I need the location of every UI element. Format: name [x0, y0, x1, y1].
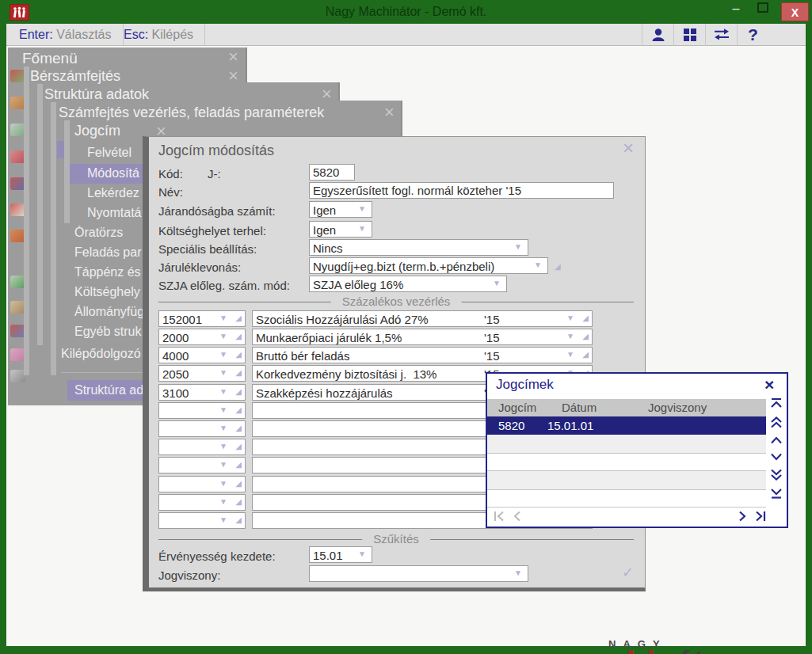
menu-item-allomanyfuggo[interactable]: Állományfüg	[74, 305, 143, 319]
menu-item-egyeb-struktura[interactable]: Egyéb struk	[74, 325, 143, 339]
percent-desc-combo[interactable]: Szociális Hozzájárulási Adó 27%'15▼◢	[252, 310, 593, 327]
percent-desc-combo[interactable]: Bruttó bér feladás'15▼◢	[252, 347, 593, 363]
chevron-down-icon[interactable]: ▼	[566, 314, 574, 322]
chevron-down-icon[interactable]: ▼	[219, 405, 227, 414]
confirm-check-icon[interactable]: ✓	[622, 564, 634, 581]
window-title-fomenu[interactable]: Főmenü	[22, 50, 78, 67]
menu-item-tappenz[interactable]: Táppénz és	[74, 265, 143, 279]
percent-code-combo[interactable]: ▼◢	[158, 457, 246, 473]
chevron-down-icon[interactable]: ▼	[219, 314, 227, 322]
next-record-icon[interactable]	[738, 511, 748, 522]
close-button[interactable]: X	[781, 2, 809, 21]
corner-handle-icon[interactable]: ◢	[235, 442, 242, 451]
szja-combo[interactable]: SZJA előleg 16% ▼	[309, 276, 507, 292]
page-up-icon[interactable]	[770, 416, 783, 428]
percent-code-combo[interactable]: ▼◢	[158, 512, 246, 529]
chevron-down-icon[interactable]: ▼	[219, 424, 227, 432]
close-icon[interactable]: ×	[228, 69, 238, 83]
menu-item-struktura-adatok[interactable]: Struktúra adatok	[74, 383, 143, 397]
percent-code-combo[interactable]: ▼◢	[158, 402, 246, 419]
chevron-down-icon[interactable]: ▼	[219, 368, 227, 377]
corner-handle-icon[interactable]: ◢	[582, 350, 589, 359]
chevron-down-icon[interactable]: ▼	[219, 350, 227, 359]
kod-input[interactable]	[309, 164, 355, 181]
close-icon[interactable]: ×	[623, 137, 634, 159]
corner-handle-icon[interactable]: ◢	[235, 314, 242, 322]
percent-code-combo[interactable]: 2000▼◢	[158, 329, 246, 345]
scroll-top-icon[interactable]	[770, 397, 783, 409]
corner-handle-icon[interactable]: ◢	[582, 332, 589, 340]
percent-desc-combo[interactable]: Munkaerőpiaci járulék 1,5%'15▼◢	[252, 329, 593, 345]
koltseghelyet-combo[interactable]: Igen ▼	[309, 221, 372, 238]
window-title-berszamfejtes[interactable]: Bérszámfejtés	[30, 68, 120, 85]
chevron-down-icon[interactable]: ▼	[358, 549, 366, 558]
chevron-down-icon[interactable]: ▼	[219, 387, 227, 396]
jogviszony-combo[interactable]: ▼	[309, 565, 528, 582]
corner-handle-icon[interactable]: ◢	[235, 405, 242, 414]
window-title-jogcim[interactable]: Jogcím	[74, 123, 120, 139]
chevron-down-icon[interactable]: ▼	[219, 497, 227, 506]
corner-handle-icon[interactable]: ◢	[235, 497, 242, 506]
chevron-down-icon[interactable]: ▼	[219, 442, 227, 451]
percent-code-combo[interactable]: ▼◢	[158, 494, 246, 511]
jarulek-combo[interactable]: Nyugdíj+eg.bizt (term.b.+pénzbeli) ▼	[309, 257, 548, 274]
menu-item-enter-valasztas[interactable]: Enter: Választás	[8, 24, 124, 46]
corner-handle-icon[interactable]: ◢	[235, 332, 242, 340]
table-row[interactable]	[487, 435, 766, 453]
table-row[interactable]	[487, 453, 766, 471]
chevron-down-icon[interactable]: ▼	[493, 279, 501, 287]
first-record-icon[interactable]	[494, 511, 505, 522]
chevron-down-icon[interactable]: ▼	[219, 460, 227, 469]
corner-handle-icon[interactable]: ◢	[235, 368, 242, 377]
chevron-down-icon[interactable]: ▼	[566, 332, 574, 340]
window-title-struktura-adatok[interactable]: Struktúra adatok	[44, 86, 149, 103]
help-button[interactable]: ?	[737, 24, 768, 46]
menu-item-felvetel[interactable]: Felvétel	[87, 146, 149, 160]
corner-handle-icon[interactable]: ◢	[235, 479, 242, 488]
minimize-button[interactable]: –	[727, 2, 745, 21]
close-icon[interactable]: ×	[322, 87, 332, 101]
menu-item-koltseghely[interactable]: Költséghely	[74, 285, 143, 299]
corner-handle-icon[interactable]: ◢	[235, 515, 242, 524]
chevron-down-icon[interactable]: ▼	[566, 350, 574, 359]
percent-code-combo[interactable]: 4000▼◢	[158, 347, 246, 363]
close-icon[interactable]: ×	[228, 50, 238, 64]
menu-item-oratorzs[interactable]: Óratörzs	[74, 226, 143, 240]
chevron-up-icon[interactable]	[770, 435, 783, 445]
chevron-down-icon[interactable]: ▼	[534, 260, 542, 269]
menu-item-kilepodolgozo[interactable]: Kilépődolgozó ad	[61, 347, 143, 361]
previous-record-icon[interactable]	[512, 511, 522, 522]
page-down-icon[interactable]	[770, 469, 783, 481]
percent-code-combo[interactable]: ▼◢	[158, 476, 246, 492]
percent-code-combo[interactable]: 152001▼◢	[158, 310, 246, 327]
chevron-down-icon[interactable]: ▼	[514, 242, 522, 251]
maximize-button[interactable]	[757, 2, 768, 13]
corner-handle-icon[interactable]: ◢	[555, 262, 642, 271]
scroll-bottom-icon[interactable]	[770, 488, 783, 500]
jarandosag-combo[interactable]: Igen ▼	[309, 201, 372, 218]
nev-input[interactable]	[309, 182, 614, 199]
ervenyesseg-combo[interactable]: 15.01 ▼	[309, 546, 372, 563]
specialis-combo[interactable]: Nincs ▼	[309, 239, 528, 256]
percent-code-combo[interactable]: 2050▼◢	[158, 365, 246, 382]
chevron-down-icon[interactable]: ▼	[514, 568, 522, 577]
table-row[interactable]	[487, 471, 766, 489]
switch-button[interactable]	[705, 24, 737, 46]
chevron-down-icon[interactable]: ▼	[219, 515, 227, 524]
modules-button[interactable]	[673, 24, 705, 46]
chevron-down-icon[interactable]: ▼	[358, 204, 366, 213]
chevron-down-icon[interactable]: ▼	[219, 479, 227, 488]
table-row[interactable]	[487, 489, 766, 508]
menu-item-modositas[interactable]: Módosítá	[87, 166, 143, 181]
corner-handle-icon[interactable]: ◢	[582, 314, 589, 322]
menu-item-feladas-parameterek[interactable]: Feladás par	[74, 245, 143, 260]
percent-code-combo[interactable]: ▼◢	[158, 439, 246, 455]
menu-item-lekerdezes[interactable]: Lekérdez	[87, 186, 143, 200]
menu-item-nyomtatas[interactable]: Nyomtatá	[87, 206, 143, 220]
corner-handle-icon[interactable]: ◢	[235, 460, 242, 469]
close-icon[interactable]: ×	[764, 375, 774, 394]
table-row-selected[interactable]: 5820 15.01.01	[487, 416, 766, 435]
window-title-szamfejtes-vezerles[interactable]: Számfejtés vezérlés, feladás paraméterek	[59, 105, 324, 121]
percent-code-combo[interactable]: 3100▼◢	[158, 384, 246, 401]
menu-item-esc-kilepes[interactable]: Esc: Kilépés	[112, 24, 205, 46]
